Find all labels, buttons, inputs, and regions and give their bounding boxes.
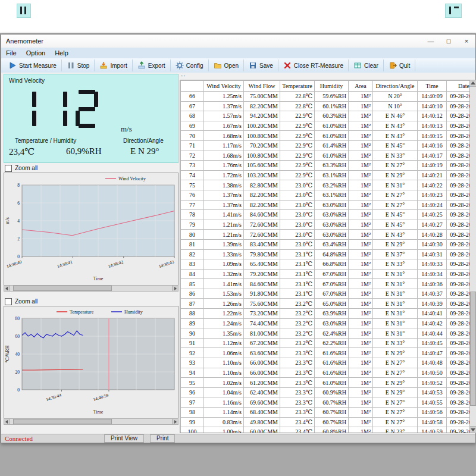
scroll-down-arrow-icon[interactable]: [470, 426, 476, 433]
chart2-horizontal-scrollbar[interactable]: [4, 418, 178, 425]
button-label: Clear: [364, 62, 378, 69]
title-bar: Anemometer — □ ×: [1, 35, 475, 48]
table-row[interactable]: 921.06m/s63.60CMM23.3℃61.6%RH1M²E N 29°1…: [181, 348, 471, 358]
table-row[interactable]: 661.25m/s75.00CMM22.8℃59.6%RH1M²N 20°14:…: [181, 92, 471, 102]
table-row[interactable]: 951.02m/s61.20CMM23.3℃61.0%RH1M²E N 29°1…: [181, 378, 471, 388]
save-icon: [249, 61, 257, 70]
table-row[interactable]: 911.12m/s67.20CMM23.2℃62.2%RH1M²E N 33°1…: [181, 338, 471, 348]
scrollbar-track[interactable]: [10, 419, 172, 424]
button-label: Save: [259, 62, 273, 69]
table-row[interactable]: 861.53m/s91.80CMM23.1℃67.0%RH1M²E N 31°1…: [181, 289, 471, 299]
print-button[interactable]: Print: [150, 434, 176, 443]
close-rt-measure-button[interactable]: Close RT-Measure: [278, 60, 349, 71]
wind-velocity-chart-canvas[interactable]: 0246814:38:4014:38:4114:38:4214:38:43Win…: [4, 173, 178, 285]
scrollbar-thumb[interactable]: [470, 292, 476, 405]
table-row[interactable]: 841.32m/s79.20CMM23.1℃67.0%RH1M²E N 31°1…: [181, 269, 471, 279]
table-row[interactable]: 881.22m/s73.20CMM23.2℃63.9%RH1M²E N 31°1…: [181, 309, 471, 319]
scrollbar-track[interactable]: [10, 286, 172, 291]
table-row[interactable]: 1001.00m/s60.00CMM23.4℃60.8%RH1M²E N 23°…: [181, 427, 471, 433]
pause-icon: [67, 61, 75, 70]
table-row[interactable]: 691.67m/s100.20CMM22.9℃61.0%RH1M²E N 43°…: [181, 121, 471, 131]
scroll-right-arrow-icon[interactable]: [172, 286, 178, 291]
scroll-right-arrow-icon[interactable]: [172, 419, 178, 424]
lcd-digit: [45, 90, 67, 128]
open-button[interactable]: Open: [209, 60, 244, 71]
table-row[interactable]: 941.10m/s66.00CMM23.3℃61.6%RH1M²E N 27°1…: [181, 368, 471, 378]
export-icon: [137, 61, 146, 70]
scrollbar-thumb[interactable]: [13, 286, 111, 291]
svg-text:0: 0: [17, 254, 20, 259]
table-row[interactable]: 990.83m/s49.80CMM23.4℃60.7%RH1M²E N 27°1…: [181, 417, 471, 427]
table-row[interactable]: 721.68m/s100.80CMM22.9℃61.0%RH1M²E N 33°…: [181, 151, 471, 161]
lcd-digit: [76, 90, 98, 128]
svg-text:4: 4: [17, 218, 20, 224]
chart1-horizontal-scrollbar[interactable]: [4, 285, 178, 292]
table-row[interactable]: 851.41m/s84.60CMM23.1℃67.0%RH1M²E N 31°1…: [181, 279, 471, 289]
table-row[interactable]: 981.14m/s68.40CMM23.3℃60.7%RH1M²E N 27°1…: [181, 408, 471, 418]
scrollbar-thumb[interactable]: [13, 419, 111, 424]
direction-angle-label: Direction/Angle: [123, 137, 164, 144]
lcd-digit: [14, 90, 36, 128]
svg-text:14:38:41: 14:38:41: [57, 259, 73, 269]
table-row[interactable]: 791.21m/s72.60CMM23.0℃63.0%RH1M²E N 45°1…: [181, 220, 471, 230]
menu-file[interactable]: File: [1, 49, 21, 57]
export-button[interactable]: Export: [133, 60, 171, 71]
table-row[interactable]: 961.04m/s62.40CMM23.3℃60.9%RH1M²E N 29°1…: [181, 387, 471, 397]
table-row[interactable]: 761.37m/s82.20CMM23.0℃63.1%RH1M²E N 27°1…: [181, 190, 471, 200]
temperature-humidity-chart-canvas[interactable]: 02040608014:39:4414:40:59TemperatureHumi…: [4, 306, 178, 418]
stop-button[interactable]: Stop: [62, 60, 95, 71]
clear-button[interactable]: Clear: [349, 60, 384, 71]
quit-button[interactable]: Quit: [384, 60, 415, 71]
table-row[interactable]: 811.39m/s83.40CMM23.0℃63.4%RH1M²E N 29°1…: [181, 239, 471, 249]
config-button[interactable]: Config: [171, 60, 209, 71]
zoom-all-control-1: Zoom all: [5, 164, 37, 172]
svg-text:40: 40: [15, 352, 20, 357]
svg-text:m/s: m/s: [5, 217, 10, 224]
scroll-left-arrow-icon[interactable]: [4, 286, 10, 291]
menu-option[interactable]: Option: [21, 49, 50, 57]
column-header: Area: [349, 81, 373, 92]
table-row[interactable]: 751.38m/s82.80CMM23.0℃63.2%RH1M²E N 31°1…: [181, 180, 471, 190]
table-row[interactable]: 801.21m/s72.60CMM23.0℃63.0%RH1M²E N 43°1…: [181, 230, 471, 240]
table-row[interactable]: 681.57m/s94.20CMM22.9℃60.3%RH1M²E N 46°1…: [181, 111, 471, 121]
print-view-button[interactable]: Print View: [104, 434, 144, 443]
lcd-display-panel: Wind Velocity m/s Temperature / Humidity…: [4, 74, 178, 163]
table-row[interactable]: 781.41m/s84.60CMM23.0℃63.0%RH1M²E N 45°1…: [181, 210, 471, 220]
start-measure-button[interactable]: Start Measure: [4, 60, 62, 71]
table-row[interactable]: 741.72m/s103.20CMM22.9℃63.1%RH1M²E N 29°…: [181, 170, 471, 180]
close-button[interactable]: ×: [458, 37, 475, 45]
table-row[interactable]: 701.68m/s100.80CMM22.9℃61.0%RH1M²E N 43°…: [181, 131, 471, 141]
table-row[interactable]: 971.16m/s69.60CMM23.3℃60.7%RH1M²E N 27°1…: [181, 397, 471, 408]
import-button[interactable]: Import: [95, 60, 132, 71]
button-label: Import: [110, 62, 127, 69]
quit-icon: [389, 61, 397, 70]
minimize-button[interactable]: —: [422, 37, 440, 45]
scroll-up-arrow-icon[interactable]: [470, 80, 476, 87]
column-header: Direction/Angle: [373, 81, 418, 92]
svg-text:0: 0: [17, 387, 20, 393]
table-row[interactable]: 931.10m/s66.00CMM23.3℃61.6%RH1M²E N 27°1…: [181, 358, 471, 368]
table-row[interactable]: 871.26m/s75.60CMM23.2℃65.0%RH1M²E N 31°1…: [181, 299, 471, 309]
zoom-all-checkbox[interactable]: [5, 165, 12, 172]
table-row[interactable]: 901.35m/s81.00CMM23.2℃62.4%RH1M²E N 31°1…: [181, 328, 471, 339]
table-row[interactable]: 731.76m/s105.60CMM22.9℃63.3%RH1M²E N 27°…: [181, 161, 471, 171]
button-label: Stop: [77, 62, 90, 69]
svg-text:14:38:40: 14:38:40: [5, 259, 22, 269]
table-row[interactable]: 711.17m/s70.20CMM22.9℃61.4%RH1M²E N 45°1…: [181, 140, 471, 151]
table-row[interactable]: 771.37m/s82.20CMM23.0℃63.0%RH1M²E N 27°1…: [181, 200, 471, 210]
table-row[interactable]: 821.33m/s79.80CMM23.1℃64.8%RH1M²E N 37°1…: [181, 249, 471, 259]
svg-text:Time: Time: [93, 276, 104, 281]
table-row[interactable]: 831.09m/s65.40CMM23.1℃66.8%RH1M²E N 33°1…: [181, 259, 471, 270]
scroll-left-arrow-icon[interactable]: [4, 419, 10, 424]
maximize-button[interactable]: □: [440, 37, 458, 45]
table-row[interactable]: 671.37m/s82.20CMM22.8℃60.1%RH1M²N 10°14:…: [181, 101, 471, 111]
menu-help[interactable]: Help: [50, 49, 73, 57]
table-row[interactable]: 891.24m/s74.40CMM23.2℃63.0%RH1M²E N 31°1…: [181, 318, 471, 328]
wind-velocity-unit: m/s: [121, 124, 132, 134]
main-content: Wind Velocity m/s Temperature / Humidity…: [1, 73, 475, 434]
save-button[interactable]: Save: [244, 60, 278, 71]
wind-velocity-label: Wind Velocity: [9, 77, 45, 84]
zoom-all-checkbox[interactable]: [5, 298, 12, 305]
svg-text:20: 20: [15, 369, 20, 375]
table-vertical-scrollbar[interactable]: [469, 80, 476, 433]
